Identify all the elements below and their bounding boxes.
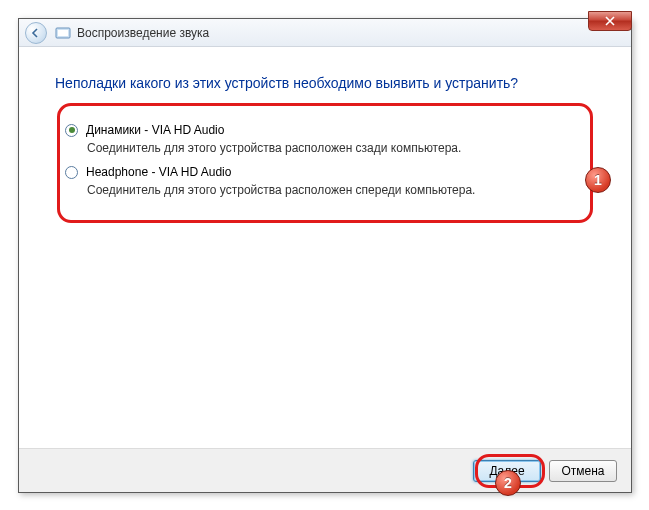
back-button[interactable] (25, 22, 47, 44)
svg-rect-1 (58, 30, 68, 36)
radio-icon (65, 124, 78, 137)
option-headphone[interactable]: Headphone - VIA HD Audio (65, 165, 585, 179)
content-area: Неполадки какого из этих устройств необх… (19, 47, 631, 448)
option-description: Соединитель для этого устройства располо… (87, 141, 585, 155)
option-label: Динамики - VIA HD Audio (86, 123, 224, 137)
option-speakers[interactable]: Динамики - VIA HD Audio (65, 123, 585, 137)
window-title: Воспроизведение звука (77, 26, 209, 40)
troubleshooter-window: Воспроизведение звука Неполадки какого и… (18, 18, 632, 493)
page-heading: Неполадки какого из этих устройств необх… (55, 75, 595, 91)
close-button[interactable] (588, 11, 632, 31)
option-description: Соединитель для этого устройства располо… (87, 183, 585, 197)
close-icon (605, 16, 615, 26)
app-icon (55, 25, 71, 41)
cancel-button[interactable]: Отмена (549, 460, 617, 482)
footer: Далее Отмена (19, 448, 631, 492)
radio-icon (65, 166, 78, 179)
titlebar: Воспроизведение звука (19, 19, 631, 47)
back-arrow-icon (31, 28, 41, 38)
device-options: Динамики - VIA HD Audio Соединитель для … (55, 111, 595, 217)
option-label: Headphone - VIA HD Audio (86, 165, 231, 179)
next-button[interactable]: Далее (473, 460, 541, 482)
